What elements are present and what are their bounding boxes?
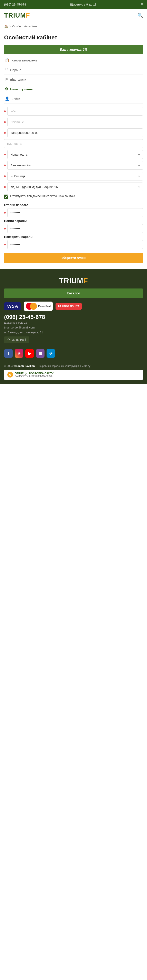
phone-input[interactable] (7, 129, 143, 137)
first-name-group (4, 107, 143, 116)
breadcrumb-separator: > (10, 25, 11, 28)
nav-item-track[interactable]: ⚑ Відстежити (4, 75, 143, 84)
favorites-icon: ♡ (5, 68, 8, 72)
mastercard-label: MasterCard (38, 305, 51, 307)
required-dot-branch (4, 186, 6, 188)
required-dot-region (4, 165, 6, 166)
logo-part1: TRIUM (4, 12, 26, 19)
footer-address: м. Вінниця, вул. Келецька, 81 (4, 331, 143, 334)
footer-email[interactable]: triumf.order@gmail.com (4, 326, 143, 329)
map-link-label: Ми на мапі (11, 338, 26, 341)
orders-icon: 📋 (5, 58, 10, 62)
notify-checkbox[interactable] (4, 194, 8, 199)
nav-item-logout[interactable]: 👤 Вийти (4, 94, 143, 103)
mc-orange-circle (30, 303, 37, 310)
breadcrumb: 🏠 > Особистий кабінет (0, 22, 147, 30)
page-content: Особистий кабінет Ваша знижка: 5% 📋 Істо… (0, 30, 147, 269)
dev-main-label: ГЛЯНЕЦЬ: РОЗРОБКА САЙТУ (15, 372, 53, 375)
first-name-input[interactable] (7, 107, 143, 116)
dev-badge[interactable]: G ГЛЯНЕЦЬ: РОЗРОБКА САЙТУ ЗАМОВИТИ ІНТЕР… (4, 370, 143, 380)
nav-label-track: Відстежити (10, 78, 26, 81)
copyright-text: © 2024 (4, 364, 13, 368)
last-name-input[interactable] (7, 118, 143, 126)
delivery-select[interactable]: Нова пошта (7, 150, 143, 159)
glyanets-icon: G (7, 372, 13, 377)
nav-label-orders: Історія замовлень (11, 59, 37, 62)
required-dot-delivery (4, 154, 6, 155)
brand-name: Triumph Pavilion (13, 364, 35, 368)
telegram-button[interactable]: ✈ (46, 349, 55, 358)
confirm-password-label: Повторити пароль: (4, 235, 143, 239)
breadcrumb-current: Особистий кабінет (12, 25, 37, 28)
menu-icon[interactable]: ≡ (141, 2, 143, 7)
page-title: Особистий кабінет (4, 34, 143, 41)
required-dot-oldpass (4, 212, 6, 213)
confirm-password-group (4, 240, 143, 249)
nav-menu: 📋 Історія замовлень ♡ Обране ⚑ Відстежит… (4, 56, 143, 103)
settings-icon: ⚙ (5, 87, 8, 91)
nova-poshta-badge: ✉ НОВА ПОШТА (56, 303, 81, 310)
old-password-input[interactable] (7, 208, 143, 217)
mastercard-logo: MasterCard (24, 302, 53, 311)
required-dot-newpass (4, 228, 6, 229)
logout-icon: 👤 (5, 96, 10, 101)
old-password-group (4, 208, 143, 217)
city-group: м. Вінниця (4, 172, 143, 180)
footer-catalog-button[interactable]: Каталог (4, 288, 143, 298)
instagram-button[interactable]: ◎ (15, 349, 23, 358)
new-password-group (4, 224, 143, 233)
footer-logo: TRIUMF (4, 277, 143, 285)
facebook-button[interactable]: f (4, 349, 13, 358)
search-button[interactable]: 🔍 (137, 13, 143, 18)
required-dot-lastname (4, 121, 6, 123)
confirm-password-input[interactable] (7, 240, 143, 249)
required-dot-city (4, 175, 6, 177)
notify-group: Отримувати повідомлення електронною пошт… (4, 193, 143, 199)
required-dot-firstname (4, 110, 6, 112)
home-icon[interactable]: 🏠 (4, 24, 8, 28)
footer-bottom: © 2024 Triumph Pavilion — Виробник карка… (4, 361, 143, 380)
top-bar-phone[interactable]: (096) 23-45-678 (4, 3, 26, 6)
phone-group (4, 129, 143, 137)
footer-logo-part2: F (83, 277, 88, 285)
dev-sub-label: ЗАМОВИТИ ІНТЕРНЕТ-МАГАЗИН (15, 375, 53, 378)
new-password-label: Новий пароль: (4, 219, 143, 223)
youtube-button[interactable]: ▶ (25, 349, 34, 358)
nav-item-orders[interactable]: 📋 Історія замовлень (4, 56, 143, 65)
required-dot-phone (4, 132, 6, 134)
notify-label: Отримувати повідомлення електронною пошт… (10, 194, 75, 198)
discount-badge: Ваша знижка: 5% (4, 45, 143, 54)
footer-phone[interactable]: (096) 23-45-678 (4, 314, 143, 320)
track-icon: ⚑ (5, 77, 8, 82)
top-bar: (096) 23-45-678 Щоденно з 9 до 18 ≡ (0, 0, 147, 9)
copyright-desc: — Виробник каркасних конструкцій з метал… (35, 364, 90, 368)
region-select[interactable]: Вінницька обл. (7, 161, 143, 170)
payment-logos: VISA MasterCard ✉ НОВА ПОШТА (4, 302, 143, 311)
region-group: Вінницька обл. (4, 161, 143, 170)
save-button[interactable]: Зберегти зміни (4, 253, 143, 263)
nav-item-settings[interactable]: ⚙ Налаштування (4, 84, 143, 94)
branch-select[interactable]: від. №6 (до 30 кг) вул. Зодчих, 16 (7, 183, 143, 191)
nav-item-favorites[interactable]: ♡ Обране (4, 65, 143, 75)
footer-copyright: © 2024 Triumph Pavilion — Виробник карка… (4, 364, 143, 368)
nav-label-favorites: Обране (10, 68, 21, 72)
footer-logo-part1: TRIUM (59, 277, 83, 285)
top-bar-hours: Щоденно з 9 до 18 (70, 3, 97, 6)
nova-poshta-label: НОВА ПОШТА (62, 305, 79, 308)
new-password-input[interactable] (7, 224, 143, 233)
site-footer: TRIUMF Каталог VISA MasterCard ✉ НОВА ПО… (0, 269, 147, 384)
map-link[interactable]: 🗺 Ми на мапі (4, 336, 29, 343)
email-input[interactable] (4, 139, 143, 148)
city-select[interactable]: м. Вінниця (7, 172, 143, 180)
dev-info: ГЛЯНЕЦЬ: РОЗРОБКА САЙТУ ЗАМОВИТИ ІНТЕРНЕ… (15, 372, 53, 378)
viber-button[interactable]: ☎ (36, 349, 45, 358)
branch-group: від. №6 (до 30 кг) вул. Зодчих, 16 (4, 183, 143, 191)
main-header: TRIUMF 🔍 (0, 9, 147, 22)
logo-part2: F (26, 12, 30, 19)
nav-label-settings: Налаштування (10, 88, 33, 91)
footer-hours: Щоденно з 9 до 18 (4, 321, 143, 324)
nav-label-logout: Вийти (11, 97, 20, 100)
last-name-group (4, 118, 143, 126)
logo[interactable]: TRIUMF (4, 12, 30, 19)
delivery-group: Нова пошта (4, 150, 143, 159)
